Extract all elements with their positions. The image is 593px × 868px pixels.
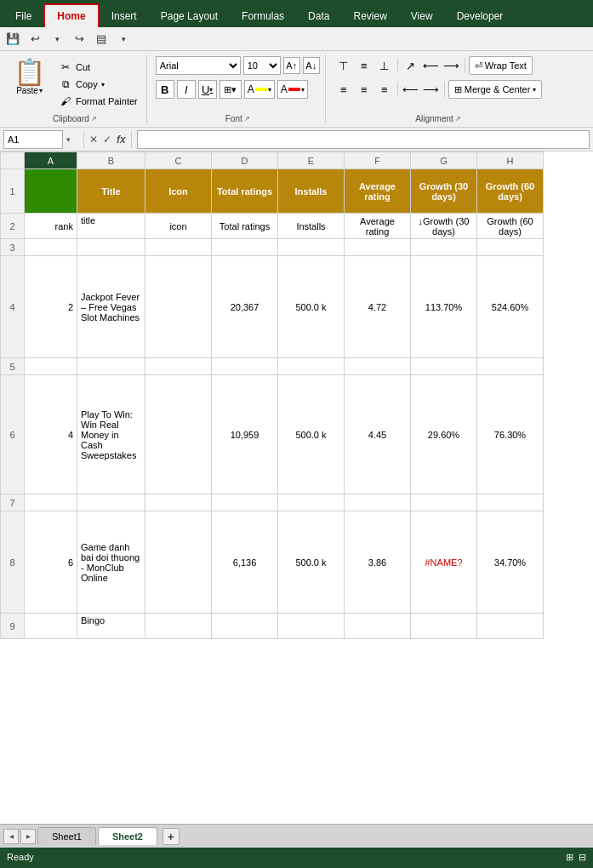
cell-c8[interactable] [145, 511, 212, 614]
row-header-9[interactable]: 9 [1, 614, 25, 639]
col-header-g[interactable]: G [411, 152, 477, 169]
tab-insert[interactable]: Insert [100, 5, 149, 27]
cell-b9[interactable]: Bingo [77, 614, 145, 639]
cell-a9[interactable] [25, 614, 77, 639]
col-header-a[interactable]: A [25, 152, 77, 169]
cell-e4[interactable]: 500.0 k [278, 256, 345, 358]
border-button[interactable]: ⊞▾ [220, 80, 242, 99]
cell-d7[interactable] [212, 494, 278, 511]
decrease-font-size-button[interactable]: A↓ [303, 57, 320, 74]
cell-e9[interactable] [278, 614, 345, 639]
cell-d9[interactable] [212, 614, 278, 639]
cell-g4[interactable]: 113.70% [411, 256, 477, 358]
paste-button[interactable]: 📋 Paste ▾ [9, 56, 50, 112]
cell-f8[interactable]: 3.86 [345, 511, 411, 614]
underline-button[interactable]: U ▾ [198, 80, 217, 99]
header-cell-c1[interactable]: Icon [145, 169, 212, 214]
cell-g5[interactable] [411, 358, 477, 375]
align-top-button[interactable]: ⊤ [334, 56, 353, 75]
cell-f5[interactable] [345, 358, 411, 375]
cell-b6[interactable]: Play To Win: Win Real Money in Cash Swee… [77, 375, 145, 494]
row-header-1[interactable]: 1 [1, 169, 25, 214]
cell-f9[interactable] [345, 614, 411, 639]
font-family-select[interactable]: Arial Calibri Times New Roman [156, 56, 241, 75]
cell-b2[interactable]: title [77, 214, 145, 239]
row-header-6[interactable]: 6 [1, 375, 25, 494]
cell-reference-box[interactable]: A1 [3, 130, 63, 149]
col-header-c[interactable]: C [145, 152, 212, 169]
merge-center-button[interactable]: ⊞ Merge & Center ▾ [448, 80, 543, 99]
header-cell-a1[interactable] [25, 169, 77, 214]
col-header-h[interactable]: H [477, 152, 544, 169]
sheet-tab-2[interactable]: Sheet2 [98, 827, 157, 845]
cell-a8[interactable]: 6 [25, 511, 77, 614]
scroll-left-sheet[interactable]: ◂ [3, 829, 19, 844]
align-middle-button[interactable]: ≡ [355, 56, 373, 75]
indent-increase-button[interactable]: ⟶ [442, 56, 461, 75]
undo-button[interactable]: ↩ [26, 30, 44, 49]
format-painter-button[interactable]: 🖌 Format Painter [55, 94, 141, 109]
align-center-button[interactable]: ≡ [355, 80, 373, 99]
cell-h7[interactable] [477, 494, 544, 511]
copy-button[interactable]: ⧉ Copy ▾ [55, 77, 141, 92]
insert-function-button[interactable]: fx [117, 134, 126, 146]
cell-d6[interactable]: 10,959 [212, 375, 278, 494]
scroll-right-sheet[interactable]: ▸ [20, 829, 36, 844]
cell-f4[interactable]: 4.72 [345, 256, 411, 358]
normal-view-dropdown[interactable]: ▾ [114, 30, 133, 49]
header-cell-d1[interactable]: Total ratings [212, 169, 278, 214]
cell-d8[interactable]: 6,136 [212, 511, 278, 614]
row-header-8[interactable]: 8 [1, 511, 25, 614]
row-header-3[interactable]: 3 [1, 239, 25, 256]
cell-e2[interactable]: Installs [278, 214, 345, 239]
increase-font-size-button[interactable]: A↑ [283, 57, 300, 74]
cell-c3[interactable] [145, 239, 212, 256]
indent-decrease-button[interactable]: ⟵ [422, 56, 441, 75]
undo-dropdown[interactable]: ▾ [48, 30, 66, 49]
clipboard-expand-icon[interactable]: ↗ [91, 115, 97, 123]
cell-c4[interactable] [145, 256, 212, 358]
cell-a5[interactable] [25, 358, 77, 375]
cell-c5[interactable] [145, 358, 212, 375]
cell-d4[interactable]: 20,367 [212, 256, 278, 358]
tab-view[interactable]: View [399, 5, 445, 27]
font-expand-icon[interactable]: ↗ [244, 115, 250, 123]
cell-h6[interactable]: 76.30% [477, 375, 544, 494]
tab-review[interactable]: Review [341, 5, 398, 27]
tab-home[interactable]: Home [43, 3, 99, 27]
cell-g2[interactable]: ↓Growth (30 days) [411, 214, 477, 239]
col-header-d[interactable]: D [212, 152, 278, 169]
alignment-expand-icon[interactable]: ↗ [455, 115, 461, 123]
cell-a3[interactable] [25, 239, 77, 256]
formula-input[interactable] [137, 130, 590, 149]
increase-indent-button[interactable]: ⟶ [422, 80, 441, 99]
cell-d2[interactable]: Total ratings [212, 214, 278, 239]
align-bottom-button[interactable]: ⊥ [375, 56, 394, 75]
cell-b3[interactable] [77, 239, 145, 256]
row-header-2[interactable]: 2 [1, 214, 25, 239]
tab-data[interactable]: Data [296, 5, 341, 27]
cell-g9[interactable] [411, 614, 477, 639]
cell-d3[interactable] [212, 239, 278, 256]
italic-button[interactable]: I [177, 80, 196, 99]
cell-f2[interactable]: Average rating [345, 214, 411, 239]
cell-b7[interactable] [77, 494, 145, 511]
redo-button[interactable]: ↪ [70, 30, 88, 49]
cell-e8[interactable]: 500.0 k [278, 511, 345, 614]
align-right-button[interactable]: ≡ [375, 80, 394, 99]
col-header-e[interactable]: E [278, 152, 345, 169]
cell-a4[interactable]: 2 [25, 256, 77, 358]
cell-h4[interactable]: 524.60% [477, 256, 544, 358]
cell-c2[interactable]: icon [145, 214, 212, 239]
cut-button[interactable]: ✂ Cut [55, 60, 141, 75]
cell-c7[interactable] [145, 494, 212, 511]
tab-page-layout[interactable]: Page Layout [149, 5, 230, 27]
cell-h5[interactable] [477, 358, 544, 375]
header-cell-f1[interactable]: Average rating [345, 169, 411, 214]
sheet-tab-1[interactable]: Sheet1 [37, 827, 96, 845]
tab-developer[interactable]: Developer [445, 5, 516, 27]
cell-f3[interactable] [345, 239, 411, 256]
row-header-5[interactable]: 5 [1, 358, 25, 375]
tab-file[interactable]: File [3, 5, 43, 27]
cell-a7[interactable] [25, 494, 77, 511]
